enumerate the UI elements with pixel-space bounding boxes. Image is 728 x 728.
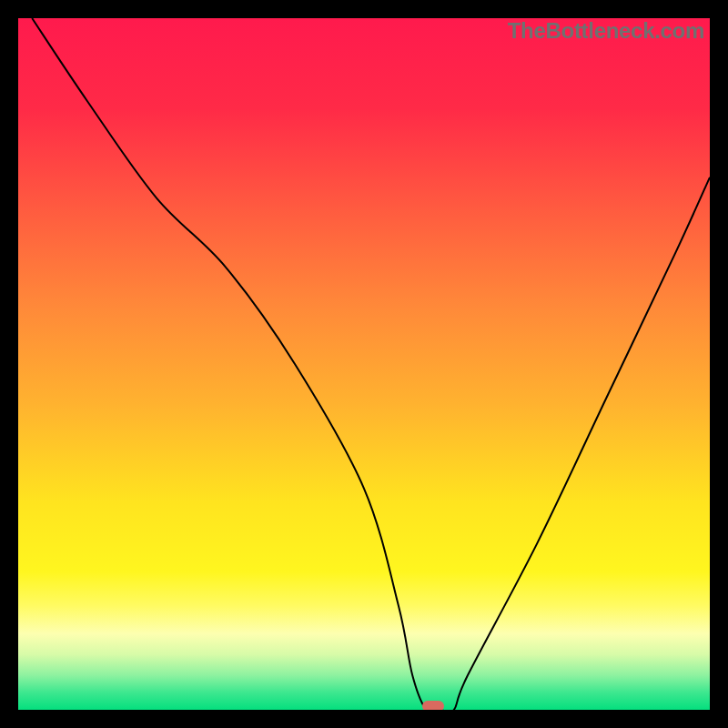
optimal-marker xyxy=(422,701,444,710)
bottleneck-curve xyxy=(32,18,710,710)
plot-area: TheBottleneck.com xyxy=(18,18,710,710)
curve-svg xyxy=(18,18,710,710)
chart-frame: TheBottleneck.com xyxy=(0,0,728,728)
